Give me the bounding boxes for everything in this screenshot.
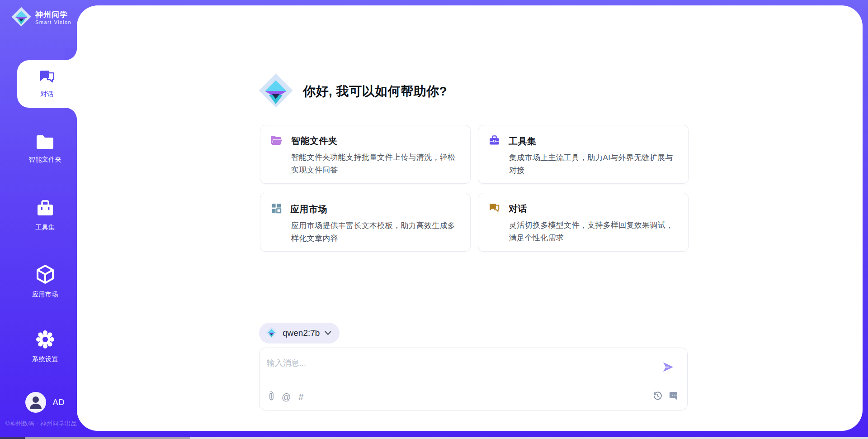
- brand-diamond-icon: [258, 72, 294, 110]
- hashtag-icon[interactable]: #: [298, 392, 303, 401]
- sidebar-item-app-market[interactable]: 应用市场: [14, 264, 77, 299]
- user-profile[interactable]: AD: [14, 392, 77, 413]
- card-description: 应用市场提供丰富长文本模板，助力高效生成多样化文章内容: [291, 220, 460, 244]
- card-title: 工具集: [509, 135, 537, 148]
- card-title: 对话: [509, 203, 527, 215]
- cube-icon: [36, 264, 55, 286]
- sidebar-item-settings[interactable]: 系统设置: [14, 330, 77, 363]
- sidebar-item-label: 应用市场: [32, 291, 58, 299]
- card-description: 灵活切换多模型文件，支持多样回复效果调试，满足个性化需求: [509, 219, 678, 244]
- sidebar-item-label: 对话: [40, 90, 54, 99]
- message-composer: @ #: [259, 348, 688, 410]
- card-title: 智能文件夹: [291, 135, 338, 147]
- card-toolset[interactable]: 工具集 集成市场上主流工具，助力AI与外界无缝扩展与对接: [478, 125, 689, 184]
- brand-diamond-icon: [265, 326, 278, 340]
- sidebar: 神州问学 Smart Vision 对话 智能文件夹: [0, 0, 77, 439]
- card-smart-folder[interactable]: 智能文件夹 智能文件夹功能支持批量文件上传与清洗，轻松实现文件问答: [260, 125, 471, 184]
- card-title: 应用市场: [290, 203, 327, 215]
- sidebar-item-chat[interactable]: 对话: [17, 60, 77, 108]
- greeting-block: 你好, 我可以如何帮助你?: [258, 72, 447, 110]
- chevron-down-icon: [325, 329, 331, 337]
- sidebar-item-smart-folder[interactable]: 智能文件夹: [14, 134, 77, 164]
- scrollbar-thumb[interactable]: [25, 437, 190, 439]
- attach-icon[interactable]: [268, 391, 274, 402]
- main-panel: 你好, 我可以如何帮助你? 智能文件夹 智能文件夹功能支持批量文件上传与清洗，轻…: [77, 5, 863, 431]
- brand-tagline: Smart Vision: [35, 19, 71, 25]
- folder-open-icon: [271, 135, 283, 147]
- copyright: ©神州数码 · 神州问学出品: [5, 420, 91, 428]
- horizontal-scrollbar[interactable]: [0, 437, 868, 439]
- sidebar-item-toolset[interactable]: 工具集: [14, 199, 77, 232]
- card-description: 智能文件夹功能支持批量文件上传与清洗，轻松实现文件问答: [291, 151, 460, 176]
- app-window: 神州问学 Smart Vision 对话 智能文件夹: [0, 0, 868, 439]
- scrollbar-corner: [0, 437, 25, 439]
- chat-bubbles-icon: [489, 203, 500, 215]
- sidebar-item-label: 智能文件夹: [29, 156, 62, 164]
- brand-diamond-icon: [11, 6, 32, 29]
- toolbox-icon: [489, 135, 500, 148]
- composer-toolbar: @ #: [259, 383, 687, 410]
- greeting-title: 你好, 我可以如何帮助你?: [303, 83, 447, 100]
- grid-icon: [271, 203, 282, 215]
- card-chat[interactable]: 对话 灵活切换多模型文件，支持多样回复效果调试，满足个性化需求: [478, 193, 689, 252]
- send-icon[interactable]: [662, 361, 675, 373]
- chat-bubbles-icon: [39, 69, 55, 86]
- toolbox-icon: [36, 199, 54, 219]
- card-description: 集成市场上主流工具，助力AI与外界无缝扩展与对接: [509, 152, 678, 177]
- card-app-market[interactable]: 应用市场 应用市场提供丰富长文本模板，助力高效生成多样化文章内容: [260, 193, 471, 252]
- sidebar-item-label: 系统设置: [32, 355, 58, 363]
- brand-name: 神州问学: [35, 10, 71, 19]
- mention-icon[interactable]: @: [282, 392, 291, 401]
- history-icon[interactable]: [653, 391, 663, 402]
- sidebar-item-label: 工具集: [35, 224, 55, 232]
- gear-icon: [36, 330, 55, 351]
- user-initials: AD: [52, 398, 65, 407]
- message-input[interactable]: [267, 354, 656, 372]
- folder-icon: [36, 134, 54, 151]
- avatar: [25, 392, 46, 413]
- model-name: qwen2:7b: [283, 328, 320, 338]
- person-icon: [25, 392, 46, 413]
- feature-cards: 智能文件夹 智能文件夹功能支持批量文件上传与清洗，轻松实现文件问答 工具集: [260, 125, 689, 252]
- feedback-icon[interactable]: [669, 391, 679, 402]
- brand-logo: 神州问学 Smart Vision: [11, 6, 71, 29]
- model-selector[interactable]: qwen2:7b: [259, 323, 340, 344]
